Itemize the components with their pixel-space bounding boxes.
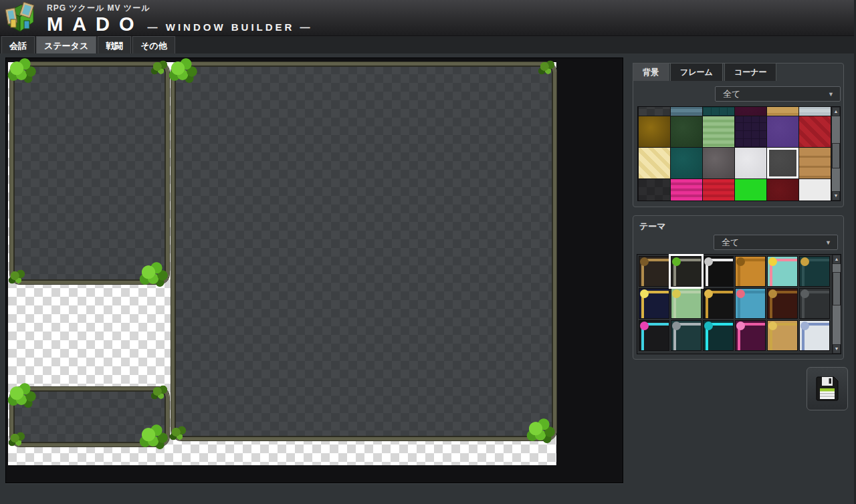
ivy-corner	[7, 383, 41, 410]
background-panel: 背景フレームコーナー 全て ▼ ▲ ▼	[633, 63, 844, 207]
ivy-corner	[139, 262, 173, 289]
scrollbar-thumb[interactable]	[833, 272, 841, 305]
theme-thumbnail-selected[interactable]	[671, 256, 702, 287]
theme-filter-dropdown[interactable]: 全て ▼	[714, 235, 838, 250]
theme-panel: テーマ 全て ▼ ▲ ▼	[633, 215, 844, 360]
background-swatch[interactable]	[671, 116, 702, 147]
scrollbar-thumb[interactable]	[832, 143, 840, 168]
background-swatch[interactable]	[799, 179, 831, 201]
checkerboard-artboard	[8, 62, 556, 465]
background-swatch[interactable]	[703, 116, 734, 147]
background-filter-dropdown[interactable]: 全て ▼	[715, 86, 841, 102]
background-swatch[interactable]	[767, 179, 798, 201]
ivy-corner	[537, 59, 558, 77]
theme-thumbnail[interactable]	[703, 320, 734, 351]
theme-corner-ornament	[800, 289, 809, 298]
scrollbar-up-button[interactable]: ▲	[832, 107, 840, 116]
theme-thumbnail[interactable]	[799, 288, 830, 319]
panel-tab-corner[interactable]: コーナー	[724, 63, 777, 81]
theme-corner-ornament	[640, 322, 649, 330]
theme-thumbnail[interactable]	[735, 256, 766, 287]
ivy-corner	[526, 418, 560, 445]
floppy-disk-icon	[816, 376, 839, 401]
background-swatch[interactable]	[703, 179, 734, 201]
scrollbar-down-button[interactable]: ▼	[833, 344, 841, 354]
theme-corner-ornament	[704, 289, 713, 298]
panel-tab-background[interactable]: 背景	[633, 63, 669, 81]
ivy-corner	[150, 59, 171, 77]
background-swatch[interactable]	[671, 148, 702, 178]
theme-thumbnail[interactable]	[703, 288, 734, 319]
background-swatch-selected[interactable]	[767, 148, 798, 178]
ivy-corner	[7, 58, 41, 85]
theme-corner-ornament	[736, 257, 745, 266]
theme-corner-ornament	[704, 322, 713, 330]
background-swatch[interactable]	[639, 116, 670, 147]
background-swatch[interactable]	[767, 107, 798, 116]
background-swatch[interactable]	[639, 107, 670, 116]
main-tab-other[interactable]: その他	[132, 36, 175, 53]
theme-thumbnail[interactable]	[735, 288, 766, 319]
background-swatch[interactable]	[799, 116, 831, 147]
theme-thumbnail[interactable]	[767, 256, 798, 287]
theme-corner-ornament	[736, 322, 745, 330]
background-swatch[interactable]	[735, 179, 766, 201]
theme-thumbnail[interactable]	[799, 256, 830, 287]
panel-tab-frame[interactable]: フレーム	[670, 63, 723, 81]
theme-thumbnail[interactable]	[639, 256, 669, 287]
theme-thumbnail[interactable]	[799, 320, 830, 351]
background-swatch[interactable]	[799, 148, 831, 178]
main-tab-status[interactable]: ステータス	[36, 36, 96, 53]
theme-corner-ornament	[672, 289, 681, 298]
theme-corner-ornament	[768, 289, 777, 298]
scrollbar-track[interactable]	[832, 116, 840, 191]
preview-window-main	[171, 62, 556, 440]
background-swatch[interactable]	[671, 179, 702, 201]
theme-corner-ornament	[640, 257, 649, 266]
ivy-corner	[169, 425, 190, 443]
main-tab-strip: 会話ステータス戦闘その他	[0, 36, 856, 53]
theme-thumbnail[interactable]	[639, 320, 669, 351]
theme-corner-ornament	[672, 322, 681, 330]
background-swatch[interactable]	[799, 107, 831, 116]
background-swatch[interactable]	[735, 107, 766, 116]
preview-window-tall-left	[10, 62, 169, 284]
background-swatch[interactable]	[735, 116, 766, 147]
theme-corner-ornament	[800, 257, 809, 266]
theme-thumbnail[interactable]	[671, 320, 702, 351]
background-swatch[interactable]	[767, 116, 798, 147]
background-swatch[interactable]	[735, 148, 766, 178]
theme-thumbnail[interactable]	[767, 288, 798, 319]
background-swatch-list	[638, 107, 831, 201]
theme-thumbnail[interactable]	[671, 288, 702, 319]
ivy-corner	[150, 384, 171, 402]
app-subtitle: RPG ツクール MV ツール	[47, 3, 313, 14]
scrollbar-up-button[interactable]: ▲	[833, 255, 841, 264]
background-panel-tabs: 背景フレームコーナー	[633, 63, 776, 81]
theme-thumbnail[interactable]	[735, 320, 766, 351]
main-tab-battle[interactable]: 戦闘	[98, 36, 131, 53]
theme-panel-title: テーマ	[639, 221, 666, 233]
theme-scrollbar[interactable]: ▲ ▼	[832, 255, 841, 354]
background-swatch[interactable]	[639, 148, 670, 178]
background-swatch[interactable]	[639, 179, 670, 201]
ivy-corner	[7, 431, 29, 449]
background-scrollbar[interactable]: ▲ ▼	[831, 107, 840, 201]
main-tab-conversation[interactable]: 会話	[1, 36, 35, 53]
chevron-down-icon: ▼	[825, 239, 831, 246]
theme-corner-ornament	[704, 257, 713, 266]
app-header: RPG ツクール MV ツール MADO — WINDOW BUILDER —	[0, 0, 856, 36]
theme-thumbnail[interactable]	[639, 288, 669, 319]
theme-corner-ornament	[768, 322, 777, 330]
theme-thumbnail[interactable]	[703, 256, 734, 287]
background-swatch[interactable]	[671, 107, 702, 116]
scrollbar-down-button[interactable]: ▼	[832, 191, 840, 201]
scrollbar-track[interactable]	[833, 264, 841, 344]
theme-list	[637, 255, 832, 354]
theme-filter-value: 全て	[722, 237, 739, 249]
chevron-down-icon: ▼	[828, 91, 834, 98]
theme-thumbnail[interactable]	[767, 320, 798, 351]
background-swatch[interactable]	[703, 148, 734, 178]
background-swatch[interactable]	[703, 107, 734, 116]
save-button[interactable]	[807, 367, 848, 410]
